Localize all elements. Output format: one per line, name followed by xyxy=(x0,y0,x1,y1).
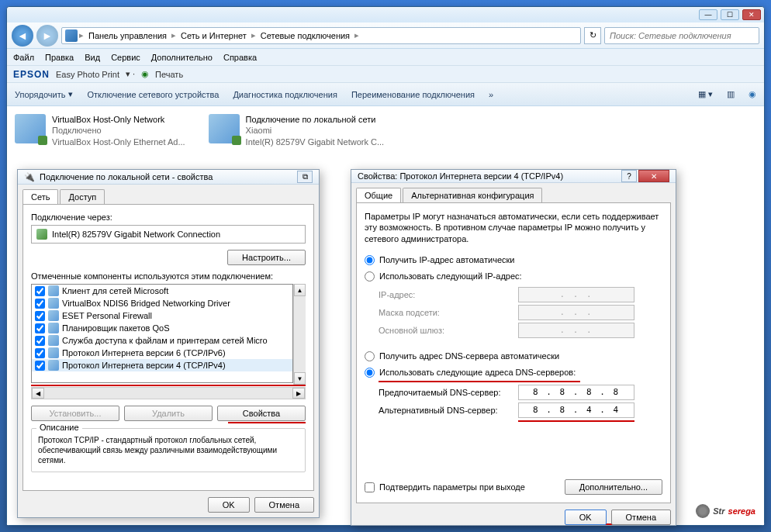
more-button[interactable]: » xyxy=(489,90,493,99)
component-checkbox[interactable] xyxy=(35,323,45,333)
chevron-right-icon: ▸ xyxy=(251,30,256,40)
scroll-down-button[interactable]: ▼ xyxy=(294,372,306,385)
breadcrumb-item[interactable]: Сетевые подключения xyxy=(258,29,353,42)
ok-button[interactable]: OK xyxy=(208,497,250,513)
manual-dns-radio[interactable] xyxy=(365,368,375,378)
gateway-label: Основной шлюз: xyxy=(379,326,518,335)
breadcrumb-item[interactable]: Панель управления xyxy=(85,29,170,42)
h-scrollbar[interactable]: ◀▶ xyxy=(31,387,306,399)
validate-checkbox[interactable] xyxy=(365,482,375,492)
component-checkbox[interactable] xyxy=(35,336,45,346)
minimize-button[interactable]: — xyxy=(699,9,717,20)
connection-device: VirtualBox Host-Only Ethernet Ad... xyxy=(52,136,185,147)
list-item[interactable]: Служба доступа к файлам и принтерам сете… xyxy=(32,334,292,347)
configure-button[interactable]: Настроить... xyxy=(227,250,306,265)
manual-ip-label: Использовать следующий IP-адрес: xyxy=(379,271,522,281)
list-item[interactable]: ESET Personal Firewall xyxy=(32,309,292,322)
close-button[interactable]: ✕ xyxy=(742,9,761,20)
validate-label: Подтвердить параметры при выходе xyxy=(379,482,525,492)
list-item[interactable]: Протокол Интернета версии 4 (TCP/IPv4) xyxy=(32,359,292,371)
list-item[interactable]: Клиент для сетей Microsoft xyxy=(32,285,292,297)
ip-address-label: IP-адрес: xyxy=(379,290,518,299)
menu-help[interactable]: Справка xyxy=(223,53,257,62)
cancel-button[interactable]: Отмена xyxy=(254,497,314,513)
subnet-mask-label: Маска подсети: xyxy=(379,308,518,317)
breadcrumb[interactable]: ▸ Панель управления ▸ Сеть и Интернет ▸ … xyxy=(61,27,581,44)
epson-print[interactable]: Печать xyxy=(155,70,183,79)
view-button[interactable]: ▦ ▾ xyxy=(698,89,713,99)
driver-icon xyxy=(48,298,59,309)
component-checkbox[interactable] xyxy=(35,311,45,321)
close-button[interactable]: ✕ xyxy=(638,170,669,182)
scroll-right-button[interactable]: ▶ xyxy=(292,388,305,399)
dialog-title: Свойства: Протокол Интернета версии 4 (T… xyxy=(358,171,563,181)
auto-dns-label: Получить адрес DNS-сервера автоматически xyxy=(379,351,559,361)
list-item[interactable]: Протокол Интернета версии 6 (TCP/IPv6) xyxy=(32,347,292,359)
title-bar: — ☐ ✕ xyxy=(7,7,764,22)
dialog-title: Подключение по локальной сети - свойства xyxy=(40,172,213,181)
preferred-dns-input[interactable]: 8 . 8 . 8 . 8 xyxy=(518,385,634,400)
auto-ip-radio[interactable] xyxy=(365,255,375,265)
dialog-whatsthis-button[interactable]: ⧉ xyxy=(297,171,313,183)
menu-view[interactable]: Вид xyxy=(85,53,100,62)
intro-text: Параметры IP могут назначаться автоматич… xyxy=(365,211,662,244)
epson-label[interactable]: Easy Photo Print xyxy=(56,70,119,79)
menu-tools[interactable]: Сервис xyxy=(111,53,140,62)
connection-title: VirtualBox Host-Only Network xyxy=(52,114,185,125)
description-title: Описание xyxy=(36,423,82,432)
advanced-button[interactable]: Дополнительно... xyxy=(565,479,662,495)
subnet-mask-input: . . . xyxy=(518,305,634,320)
menu-advanced[interactable]: Дополнительно xyxy=(151,53,213,62)
tab-alternate[interactable]: Альтернативная конфигурация xyxy=(403,188,542,202)
diagnose-button[interactable]: Диагностика подключения xyxy=(233,90,337,99)
ipv4-properties-dialog: Свойства: Протокол Интернета версии 4 (T… xyxy=(351,169,676,526)
connection-properties-dialog: 🔌Подключение по локальной сети - свойств… xyxy=(17,169,320,518)
tab-network[interactable]: Сеть xyxy=(22,189,58,204)
properties-button[interactable]: Свойства xyxy=(217,406,306,421)
connect-using-label: Подключение через: xyxy=(31,212,306,222)
ok-button[interactable]: OK xyxy=(565,510,607,525)
dialog-title-bar[interactable]: 🔌Подключение по локальной сети - свойств… xyxy=(18,170,319,185)
watermark: Strstrseregaserega xyxy=(696,504,755,518)
tab-access[interactable]: Доступ xyxy=(60,189,105,204)
search-input[interactable] xyxy=(604,27,759,44)
help-button[interactable]: ? xyxy=(621,170,637,182)
list-item[interactable]: VirtualBox NDIS6 Bridged Networking Driv… xyxy=(32,297,292,309)
component-checkbox[interactable] xyxy=(35,286,45,296)
network-adapter-icon xyxy=(15,114,46,143)
scroll-left-button[interactable]: ◀ xyxy=(32,388,44,399)
dialog-title-bar[interactable]: Свойства: Протокол Интернета версии 4 (T… xyxy=(351,170,676,183)
tab-general[interactable]: Общие xyxy=(356,188,401,202)
scroll-up-button[interactable]: ▲ xyxy=(294,284,306,296)
cancel-button[interactable]: Отмена xyxy=(611,510,671,525)
breadcrumb-item[interactable]: Сеть и Интернет xyxy=(178,29,250,42)
maximize-button[interactable]: ☐ xyxy=(721,9,739,20)
component-checkbox[interactable] xyxy=(35,361,45,371)
chevron-right-icon: ▸ xyxy=(354,30,359,40)
refresh-button[interactable]: ↻ xyxy=(584,27,601,44)
adapter-field: Intel(R) 82579V Gigabit Network Connecti… xyxy=(31,225,306,244)
nic-icon xyxy=(36,229,47,240)
back-button[interactable]: ◄ xyxy=(12,25,33,47)
component-checkbox[interactable] xyxy=(35,348,45,358)
protocol-icon xyxy=(48,360,59,371)
organize-button[interactable]: Упорядочить ▾ xyxy=(15,89,73,99)
menu-edit[interactable]: Правка xyxy=(45,53,74,62)
component-checkbox[interactable] xyxy=(35,299,45,309)
menu-file[interactable]: Файл xyxy=(13,53,34,62)
list-item[interactable]: Планировщик пакетов QoS xyxy=(32,322,292,334)
help-button[interactable]: ◉ xyxy=(749,89,756,99)
preview-button[interactable]: ▥ xyxy=(727,89,735,99)
manual-ip-radio[interactable] xyxy=(365,271,375,282)
forward-button[interactable]: ► xyxy=(36,25,58,47)
disable-device-button[interactable]: Отключение сетевого устройства xyxy=(87,90,219,99)
auto-dns-radio[interactable] xyxy=(365,351,375,361)
scrollbar[interactable]: ▲▼ xyxy=(293,284,306,385)
alternate-dns-input[interactable]: 8 . 8 . 4 . 4 xyxy=(518,402,634,418)
remove-button[interactable]: Удалить xyxy=(124,406,213,421)
rename-button[interactable]: Переименование подключения xyxy=(351,90,475,99)
components-list[interactable]: Клиент для сетей Microsoft VirtualBox ND… xyxy=(31,284,293,383)
manual-dns-label: Использовать следующие адреса DNS-сервер… xyxy=(379,368,576,377)
install-button[interactable]: Установить... xyxy=(31,406,119,421)
nav-bar: ◄ ► ▸ Панель управления ▸ Сеть и Интерне… xyxy=(7,22,764,49)
